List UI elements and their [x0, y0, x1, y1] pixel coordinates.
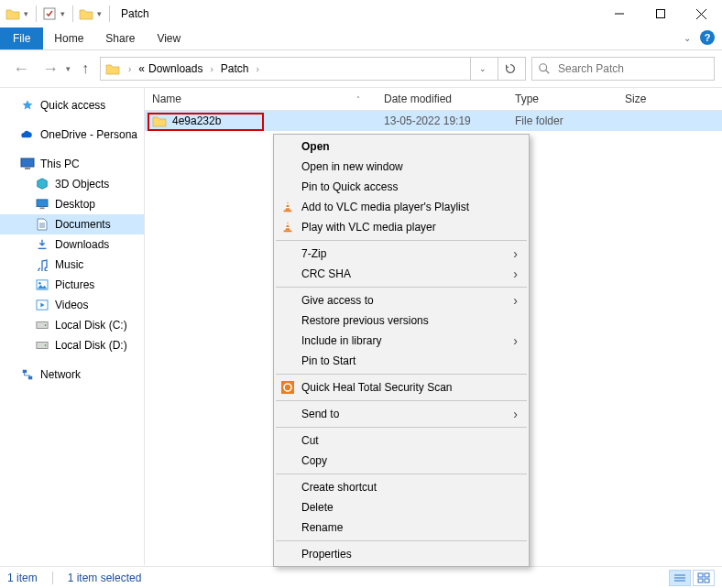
breadcrumb-segment[interactable]: Downloads — [148, 62, 202, 75]
svg-rect-28 — [286, 224, 290, 225]
nav-history: ← → ▾ — [7, 58, 71, 81]
up-button[interactable]: ↑ — [76, 59, 94, 79]
sidebar-onedrive[interactable]: OneDrive - Persona — [0, 125, 144, 145]
forward-button[interactable]: → — [37, 58, 64, 81]
share-tab[interactable]: Share — [94, 27, 146, 49]
sidebar-downloads[interactable]: Downloads — [0, 234, 144, 255]
breadcrumb-prefix[interactable]: « — [138, 62, 145, 75]
svg-point-16 — [38, 282, 41, 285]
menu-copy[interactable]: Copy — [274, 451, 529, 471]
menu-separator — [276, 374, 527, 375]
home-tab[interactable]: Home — [43, 27, 94, 49]
menu-crc-sha[interactable]: CRC SHA — [274, 264, 529, 284]
file-tab[interactable]: File — [0, 27, 43, 49]
qat-dropdown2-icon[interactable]: ▾ — [59, 9, 67, 18]
chevron-right-icon[interactable]: › — [206, 64, 216, 74]
menu-pin-start[interactable]: Pin to Start — [274, 351, 529, 371]
sidebar-local-disk-c[interactable]: Local Disk (C:) — [0, 315, 144, 335]
sidebar-item-label: 3D Objects — [55, 178, 109, 191]
sidebar-documents[interactable]: Documents — [0, 214, 144, 234]
address-bar[interactable]: › « Downloads › Patch › ⌄ — [100, 57, 526, 81]
svg-rect-29 — [285, 227, 290, 228]
menu-cut[interactable]: Cut — [274, 430, 529, 451]
sort-indicator-icon: ˄ — [356, 95, 360, 103]
menu-vlc-play[interactable]: Play with VLC media player — [274, 217, 529, 237]
menu-rename[interactable]: Rename — [274, 517, 529, 538]
sidebar-item-label: OneDrive - Persona — [40, 128, 137, 141]
address-dropdown-icon[interactable]: ⌄ — [470, 58, 494, 80]
svg-rect-27 — [284, 231, 292, 233]
column-headers: Name ˄ Date modified Type Size — [145, 88, 722, 111]
search-input[interactable] — [556, 61, 708, 76]
ribbon-right-controls: ⌄ ? — [684, 30, 715, 45]
desktop-icon — [35, 197, 49, 212]
folder-icon — [79, 6, 93, 21]
menu-separator — [276, 427, 527, 428]
menu-send-to[interactable]: Send to — [274, 404, 529, 424]
menu-create-shortcut[interactable]: Create shortcut — [274, 477, 529, 497]
menu-quickheal-scan[interactable]: Quick Heal Total Security Scan — [274, 377, 529, 397]
view-tab[interactable]: View — [146, 27, 191, 49]
svg-rect-30 — [281, 381, 294, 394]
ribbon-collapse-icon[interactable]: ⌄ — [684, 33, 691, 43]
qat-dropdown-icon[interactable]: ▾ — [22, 9, 30, 18]
menu-pin-quick-access[interactable]: Pin to Quick access — [274, 177, 529, 197]
thumbnails-view-button[interactable] — [693, 570, 715, 586]
menu-properties[interactable]: Properties — [274, 544, 529, 564]
search-box[interactable] — [531, 57, 715, 81]
column-date[interactable]: Date modified — [384, 93, 515, 105]
details-view-button[interactable] — [669, 570, 691, 586]
help-icon[interactable]: ? — [700, 30, 715, 45]
sidebar-quick-access[interactable]: Quick access — [0, 95, 144, 115]
menu-open-new-window[interactable]: Open in new window — [274, 157, 529, 177]
sidebar-pictures[interactable]: Pictures — [0, 275, 144, 295]
properties-icon[interactable] — [42, 6, 57, 21]
svg-rect-25 — [286, 204, 290, 205]
chevron-right-icon[interactable]: › — [125, 64, 135, 74]
column-name[interactable]: Name ˄ — [152, 93, 384, 105]
refresh-icon[interactable] — [498, 58, 521, 80]
sidebar-network[interactable]: Network — [0, 365, 144, 385]
qat-customize-icon[interactable]: ▾ — [95, 9, 104, 18]
qat-separator — [36, 5, 37, 22]
file-row[interactable]: 4e9a232b 13-05-2022 19:19 File folder — [145, 111, 722, 131]
sidebar-local-disk-d[interactable]: Local Disk (D:) — [0, 335, 144, 355]
sidebar-desktop[interactable]: Desktop — [0, 194, 144, 214]
menu-7zip[interactable]: 7-Zip — [274, 244, 529, 264]
column-type[interactable]: Type — [515, 93, 625, 105]
sidebar-item-label: Local Disk (C:) — [55, 319, 127, 332]
column-label: Date modified — [384, 93, 452, 105]
network-icon — [20, 367, 35, 382]
window-controls — [598, 0, 722, 27]
sidebar-item-label: This PC — [40, 158, 80, 170]
title-bar: ▾ ▾ ▾ Patch — [0, 0, 722, 27]
sidebar-3d-objects[interactable]: 3D Objects — [0, 174, 144, 194]
sidebar-videos[interactable]: Videos — [0, 295, 144, 315]
minimize-button[interactable] — [598, 0, 640, 27]
status-bar: 1 item 1 item selected — [0, 566, 722, 588]
menu-restore-versions[interactable]: Restore previous versions — [274, 310, 529, 331]
chevron-right-icon[interactable]: › — [252, 64, 262, 74]
close-button[interactable] — [681, 0, 722, 27]
history-dropdown-icon[interactable]: ▾ — [66, 64, 71, 73]
menu-give-access[interactable]: Give access to — [274, 290, 529, 310]
menu-delete[interactable]: Delete — [274, 497, 529, 517]
sidebar-item-label: Network — [40, 368, 81, 381]
sidebar-this-pc[interactable]: This PC — [0, 154, 144, 174]
menu-include-library[interactable]: Include in library — [274, 331, 529, 351]
svg-rect-7 — [21, 158, 34, 167]
svg-rect-10 — [39, 207, 44, 209]
maximize-button[interactable] — [640, 0, 681, 27]
breadcrumb-segment[interactable]: Patch — [221, 62, 249, 75]
menu-vlc-add-playlist[interactable]: Add to VLC media player's Playlist — [274, 197, 529, 217]
svg-line-6 — [546, 71, 550, 74]
column-size[interactable]: Size — [625, 93, 722, 105]
status-item-count: 1 item — [7, 572, 38, 584]
menu-separator — [276, 287, 527, 288]
back-button[interactable]: ← — [7, 58, 35, 81]
document-icon — [35, 217, 49, 232]
quick-access-toolbar: ▾ ▾ ▾ — [5, 5, 114, 22]
sidebar-music[interactable]: Music — [0, 255, 144, 275]
menu-open[interactable]: Open — [274, 136, 529, 157]
search-icon — [538, 62, 551, 75]
